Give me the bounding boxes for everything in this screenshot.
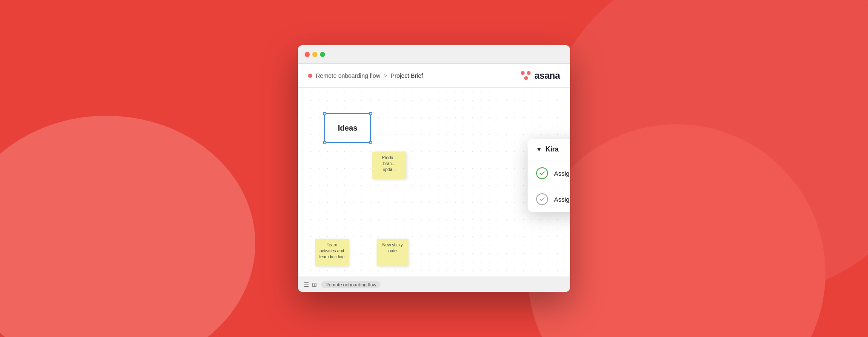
sticky-note-new-text: New sticky note <box>383 243 403 253</box>
grid-view-icon[interactable]: ⊞ <box>312 281 317 288</box>
popup-item-assign-laptop[interactable]: Assign laptop 3 <box>528 186 570 212</box>
list-view-icon[interactable]: ☰ <box>304 281 309 288</box>
bottom-bar: ☰ ⊞ Remote onboarding flow <box>298 277 570 292</box>
ideas-box[interactable]: Ideas <box>324 113 371 143</box>
asana-logo: asana <box>521 70 560 81</box>
project-dot <box>308 74 312 78</box>
check-incomplete-icon <box>536 193 548 205</box>
traffic-light-minimize[interactable] <box>312 52 317 57</box>
popup-collapse-arrow[interactable]: ▼ <box>536 146 542 153</box>
sticky-note-team-text: Team activities and team building <box>319 243 344 259</box>
popup-panel: ▼ Kira Assign seat 1 <box>528 139 570 212</box>
breadcrumb-current-page[interactable]: Project Brief <box>391 72 423 79</box>
browser-titlebar <box>298 45 570 64</box>
handle-bl <box>323 141 326 144</box>
breadcrumb: Remote onboarding flow > Project Brief <box>308 72 423 79</box>
popup-item-assign-seat[interactable]: Assign seat 1 <box>528 160 570 186</box>
app-header: Remote onboarding flow > Project Brief a… <box>298 64 570 88</box>
sticky-note-team[interactable]: Team activities and team building <box>315 239 349 266</box>
handle-br <box>369 141 372 144</box>
handle-tr <box>369 112 372 115</box>
breadcrumb-separator: > <box>384 72 387 79</box>
traffic-light-maximize[interactable] <box>320 52 325 57</box>
asana-logo-dots <box>521 71 531 80</box>
traffic-light-close[interactable] <box>305 52 310 57</box>
ideas-label: Ideas <box>338 124 357 133</box>
sticky-note-new[interactable]: New sticky note <box>377 239 408 266</box>
browser-window: Remote onboarding flow > Project Brief a… <box>298 45 570 292</box>
asana-wordmark: asana <box>534 70 560 81</box>
project-name[interactable]: Remote onboarding flow <box>316 72 380 79</box>
sticky-note-product[interactable]: Produ...bran...upda... <box>372 151 406 179</box>
popup-title: Kira <box>545 146 559 153</box>
assign-seat-label: Assign seat <box>554 170 570 177</box>
asana-dot-1 <box>521 71 525 75</box>
traffic-lights <box>305 52 325 57</box>
canvas-tag: Remote onboarding flow <box>321 281 380 288</box>
bg-shape-left <box>0 116 255 337</box>
asana-dot-2 <box>527 71 531 75</box>
handle-tl <box>323 112 326 115</box>
check-complete-icon <box>536 167 548 179</box>
bottom-icons: ☰ ⊞ <box>304 281 317 288</box>
popup-header: ▼ Kira <box>528 139 570 160</box>
canvas-area[interactable]: Ideas Produ...bran...upda... Team activi… <box>298 88 570 292</box>
assign-laptop-label: Assign laptop <box>554 196 570 203</box>
sticky-note-product-text: Produ...bran...upda... <box>382 155 397 172</box>
asana-dot-3 <box>524 76 528 80</box>
